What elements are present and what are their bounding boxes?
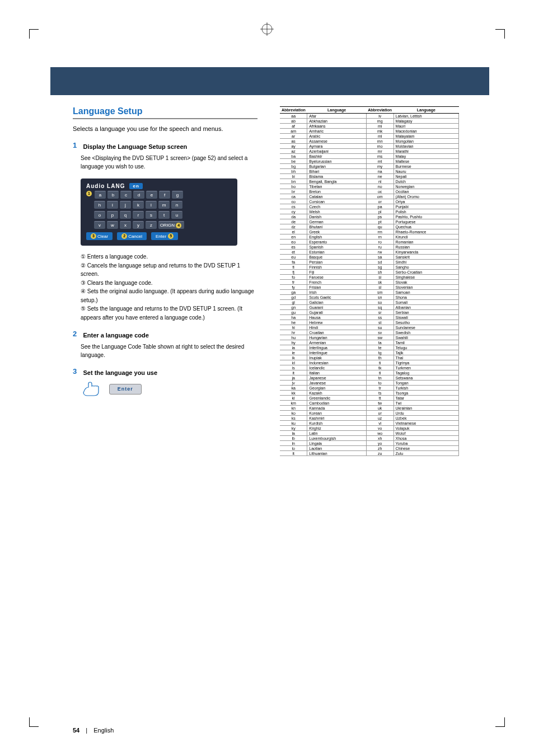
table-row: amAmharicmkMacedonian: [280, 129, 459, 134]
table-row: laLatinwoWolof: [280, 431, 459, 436]
table-row: ayAymaramoMoldavian: [280, 144, 459, 149]
table-header: Language: [394, 107, 458, 114]
callout-item: ① Enters a language code.: [81, 252, 257, 261]
key-i[interactable]: i: [107, 201, 118, 209]
table-row: coCorsicanorOriya: [280, 199, 459, 204]
key-y[interactable]: y: [133, 221, 144, 229]
table-row: eoEsperantoroRomanian: [280, 240, 459, 245]
screen-title-text: Audio LANG: [86, 183, 125, 189]
key-d[interactable]: d: [133, 191, 144, 199]
callout-item: ④ Sets the original audio language. (It …: [81, 287, 257, 304]
clear-button[interactable]: 3Clear: [86, 232, 113, 240]
table-row: baBashkirmsMalay: [280, 154, 459, 159]
enter-button[interactable]: Enter5: [151, 232, 178, 240]
table-header: Language: [307, 107, 366, 114]
key-ORIGN[interactable]: ORIGN4: [158, 221, 184, 229]
crop-mark: [495, 717, 505, 727]
key-r[interactable]: r: [133, 211, 144, 219]
key-z[interactable]: z: [146, 221, 157, 229]
table-row: bgBulgarianmyBurmese: [280, 164, 459, 169]
table-header: Abbreviation: [366, 107, 394, 114]
table-row: lbLuxembourgishxhXhosa: [280, 436, 459, 441]
table-row: hiHindisuSundanese: [280, 325, 459, 330]
screen-title: Audio LANG en: [86, 183, 232, 189]
key-n[interactable]: n: [171, 201, 182, 209]
badge-1: 1: [86, 191, 92, 196]
key-h[interactable]: h: [94, 201, 105, 209]
step-body: See <Displaying the DVD SETUP 1 screen> …: [81, 154, 257, 171]
table-row: esSpanishruRussian: [280, 245, 459, 250]
key-x[interactable]: x: [120, 221, 131, 229]
table-row: euBasquesaSanskrit: [280, 255, 459, 260]
screen-mockup: Audio LANG en 1abcdefghijklmnopqrstuvwxy…: [81, 179, 237, 246]
key-l[interactable]: l: [146, 201, 157, 209]
table-row: ieInterlinguetgTajik: [280, 350, 459, 355]
table-row: bhBiharinaNauru: [280, 169, 459, 174]
callout-item: ③ Clears the language code.: [81, 279, 257, 288]
table-row: aaAfarlvLatvian, Lettish: [280, 114, 459, 119]
key-m[interactable]: m: [158, 201, 170, 209]
step-heading: Display the Language Setup screen: [83, 143, 187, 150]
key-p[interactable]: p: [107, 211, 118, 219]
table-row: etEstonianrwKinyarwanda: [280, 250, 459, 255]
table-row: gdScots GaelicsnShona: [280, 295, 459, 300]
table-row: ksKashmiriuzUzbek: [280, 416, 459, 421]
step-body: See the Language Code Table shown at rig…: [81, 343, 257, 359]
crop-mark: [29, 717, 39, 727]
key-c[interactable]: c: [120, 191, 132, 199]
table-row: bnBengali, BanglanlDutch: [280, 179, 459, 184]
table-row: biBislamaneNepali: [280, 174, 459, 179]
table-row: beByelorussianmtMaltese: [280, 159, 459, 164]
key-a[interactable]: a: [95, 191, 106, 199]
page-footer: 54 | English: [73, 727, 114, 734]
table-row: kuKurdishviVietnamese: [280, 421, 459, 426]
key-v[interactable]: v: [94, 221, 105, 229]
key-f[interactable]: f: [159, 191, 170, 199]
table-row: afAfrikaansmiMaori: [280, 124, 459, 129]
table-row: elGreekrmRhaeto-Romance: [280, 229, 459, 234]
badge-2: 2: [121, 233, 127, 239]
table-row: hrCroatiansvSwedish: [280, 330, 459, 335]
key-o[interactable]: o: [94, 211, 105, 219]
enter-soft-button[interactable]: Enter: [109, 384, 142, 395]
table-row: isIcelandictkTurkmen: [280, 365, 459, 370]
table-row: hyArmeniantaTamil: [280, 340, 459, 345]
key-t[interactable]: t: [158, 211, 170, 219]
key-w[interactable]: w: [107, 221, 118, 229]
key-k[interactable]: k: [133, 201, 144, 209]
table-row: azAzerbaijanimrMarathi: [280, 149, 459, 154]
key-g[interactable]: g: [172, 191, 183, 199]
table-row: boTibetannoNorwegian: [280, 184, 459, 189]
footer-lang: English: [93, 727, 114, 734]
table-row: fiFinnishsgSangho: [280, 265, 459, 270]
step-body: Enter: [81, 381, 257, 397]
badge-3: 3: [91, 233, 96, 239]
table-row: glGaliciansoSomali: [280, 300, 459, 305]
step-heading: Enter a language code: [83, 332, 148, 339]
table-row: caCatalanom(Afan) Oromo: [280, 194, 459, 199]
intro-text: Selects a language you use for the speec…: [73, 125, 257, 133]
table-row: kkKazakhtsTsonga: [280, 391, 459, 396]
table-row: jvJavanesetoTongan: [280, 381, 459, 386]
left-column: Language Setup Selects a language you us…: [73, 106, 257, 456]
step-number: 1: [73, 141, 81, 149]
key-q[interactable]: q: [120, 211, 131, 219]
right-column: AbbreviationLanguageAbbreviationLanguage…: [280, 106, 459, 456]
table-row: frFrenchskSlovak: [280, 280, 459, 285]
table-row: kmCambodiantwTwi: [280, 401, 459, 406]
table-row: jaJapanesetnSetswana: [280, 375, 459, 381]
divider: |: [86, 727, 87, 734]
badge-5: 5: [168, 233, 174, 239]
key-e[interactable]: e: [146, 191, 157, 199]
cancel-button[interactable]: 2Cancel: [117, 232, 147, 240]
table-row: fjFijishSerbo-Croatian: [280, 270, 459, 275]
key-u[interactable]: u: [171, 211, 182, 219]
key-b[interactable]: b: [107, 191, 119, 199]
table-row: lnLingalayoYoruba: [280, 441, 459, 446]
table-row: arArabicmlMalayalam: [280, 134, 459, 139]
key-s[interactable]: s: [146, 211, 157, 219]
table-row: guGujaratisrSerbian: [280, 310, 459, 315]
table-row: idIndonesiantiTigrinya: [280, 360, 459, 365]
key-j[interactable]: j: [120, 201, 131, 209]
table-row: kaGeorgiantrTurkish: [280, 386, 459, 391]
